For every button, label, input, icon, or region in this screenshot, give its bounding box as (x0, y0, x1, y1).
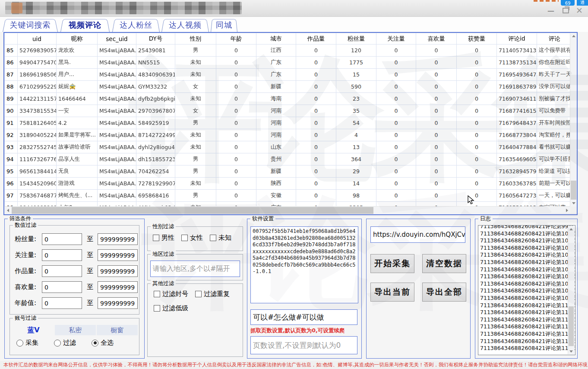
scroll-up-button[interactable] (570, 33, 577, 39)
log-entry[interactable]: 7113864346882608421评论第99页 (480, 225, 575, 230)
log-entry[interactable]: 7113864346882608421评论第104页 (480, 259, 575, 266)
log-scroll-down-button[interactable] (568, 348, 574, 354)
log-scrollbar[interactable] (568, 226, 575, 354)
column-header[interactable]: 评论id (497, 33, 537, 45)
numeric-min-input[interactable]: 0 (42, 233, 82, 245)
results-table[interactable]: uid昵称sec_uidDY号性别年龄城市作品量粉丝量关注量喜欢量获赞量评论id… (4, 33, 572, 214)
table-row[interactable]: 8867102995229妮妮🚖MS4wLjABAA...GYM33232女0新… (5, 81, 572, 93)
account-tab-橱窗[interactable]: 橱窗 (97, 325, 138, 335)
log-entry[interactable]: 7113864346882608421评论第100页 (480, 230, 575, 238)
scroll-right-button[interactable] (563, 207, 570, 214)
tab-2[interactable]: 视频评论 (60, 18, 110, 32)
numeric-min-input[interactable]: 0 (42, 265, 82, 277)
other-checkbox-过滤重复[interactable]: 过滤重复 (195, 290, 237, 298)
table-row[interactable]: 8914422131157...16466464MS4wLjABAA...dyf… (5, 93, 572, 105)
numeric-max-input[interactable]: 999999999 (98, 233, 138, 245)
scroll-down-button[interactable] (570, 200, 577, 207)
log-entry[interactable]: 7113864346882608421评论第113页 (480, 323, 575, 331)
tab-3[interactable]: 达人粉丝 (112, 18, 160, 32)
log-entry[interactable]: 7113864346882608421评论第109页 (480, 295, 575, 302)
url-input[interactable]: https://v.douyin.com/hQXjCvS/ (370, 226, 465, 243)
table-row[interactable]: 9033473815534...一安MS4wLjABAA...297039678… (5, 105, 572, 117)
column-header[interactable]: 昵称 (57, 33, 98, 45)
column-header[interactable]: 粉丝量 (336, 33, 376, 45)
numeric-max-input[interactable]: 999999999 (98, 297, 138, 309)
scroll-left-button[interactable] (4, 207, 11, 214)
other-checkbox-过滤封号[interactable]: 过滤封号 (154, 290, 195, 298)
log-entry[interactable]: 7113864346882608421评论第116页 (480, 345, 575, 352)
close-button[interactable]: ✕ (573, 5, 585, 16)
column-header[interactable]: 作品量 (296, 33, 336, 45)
column-header[interactable]: 年龄 (216, 33, 256, 45)
table-row[interactable]: 9231890405224...如果是宇将军...MS4wLjABAA...87… (5, 129, 572, 141)
tab-5[interactable]: 同城 (211, 18, 237, 32)
keyword-input[interactable]: 可以#怎么做#可以做 (250, 309, 357, 325)
action-button-4[interactable]: 导出全部 (422, 283, 466, 302)
vertical-scroll-thumb[interactable] (571, 181, 576, 200)
table-row[interactable]: 8552769839057龙欢欢MS4wLjABAA...25439081男0江… (5, 45, 572, 57)
token-textarea[interactable]: 007952f5b5b741eb1ef95068a8d1b95e4d03b8a4… (250, 226, 358, 303)
horizontal-scroll-thumb[interactable] (12, 207, 373, 214)
log-entry[interactable]: 7113864346882608421评论第112页 (480, 316, 575, 324)
gender-checkbox-男性[interactable]: 男性 (153, 234, 174, 242)
log-scroll-up-button[interactable] (568, 226, 574, 232)
log-entry[interactable]: 7113864346882608421评论第101页 (480, 237, 575, 245)
action-button-3[interactable]: 导出当前 (370, 283, 414, 302)
column-header[interactable]: 性别 (175, 33, 216, 45)
table-row[interactable]: 9615434520960...游游戏MS4wLjABAA...72781929… (5, 178, 572, 190)
table-horizontal-scrollbar[interactable] (4, 206, 570, 214)
log-entry[interactable]: 7113864346882608421评论第114页 (480, 331, 575, 338)
column-header[interactable]: 城市 (256, 33, 296, 45)
tab-4[interactable]: 达人视频 (161, 18, 209, 32)
column-header[interactable]: 评论 (537, 33, 572, 45)
minimize-button[interactable]: — (545, 5, 557, 16)
log-list[interactable]: 7113864346882608421评论第99页711386434688260… (478, 225, 575, 355)
maximize-button[interactable] (560, 5, 572, 16)
table-row[interactable]: 9596561384414无良MS4wLjABAA...704262254男0新… (5, 165, 572, 178)
table-row[interactable]: 91758181264054.2MS4wLjABAA...584925919男0… (5, 117, 572, 129)
radio-option-采集[interactable]: 采集 (16, 339, 38, 347)
account-tab-蓝V[interactable]: 蓝V (13, 325, 54, 335)
title-bar[interactable]: 69 通 — ✕ (0, 0, 588, 17)
gender-checkbox-未知[interactable]: 未知 (210, 234, 231, 242)
log-entry[interactable]: 7113864346882608421评论第107页 (480, 280, 575, 288)
table-cell: GYM33232 (136, 81, 175, 93)
numeric-min-input[interactable]: 0 (42, 281, 82, 293)
column-header[interactable]: uid (18, 33, 57, 45)
column-header[interactable]: 喜欢量 (416, 33, 457, 45)
log-entry[interactable]: 7113864346882608421评论第108页 (480, 287, 575, 295)
region-input[interactable]: 请输入地区,多个以#隔开 (150, 261, 240, 277)
other-checkbox-过滤低级[interactable]: 过滤低级 (154, 304, 195, 312)
log-entry[interactable]: 7113864346882608421评论第106页 (480, 273, 575, 280)
gender-checkbox-女性[interactable]: 女性 (181, 234, 203, 242)
log-scroll-thumb[interactable] (569, 306, 574, 346)
action-button-1[interactable]: 开始采集 (370, 254, 414, 273)
tab-1[interactable]: 关键词搜索 (3, 18, 58, 32)
radio-option-过滤[interactable]: 过滤 (54, 339, 76, 347)
table-row[interactable]: 8694904775470黑马.MS4wLjABAA...NN5515未知0广东… (5, 57, 572, 69)
log-entry[interactable]: 7113864346882608421评论第102页 (480, 245, 575, 252)
action-button-2[interactable]: 清空数据 (422, 254, 466, 273)
log-entry[interactable]: 7113864346882608421评论第105页 (480, 266, 575, 274)
table-row[interactable]: 8718696198506...用户...MS4wLjABAA...483409… (5, 69, 572, 81)
numeric-max-input[interactable]: 999999999 (98, 281, 138, 293)
column-header[interactable]: sec_uid (98, 33, 136, 45)
table-row[interactable]: 9411167326776...品享人生MS4wLjABAA...dh15185… (5, 153, 572, 165)
column-header[interactable]: DY号 (136, 33, 175, 45)
log-entry[interactable]: 7113864346882608421评论第115页 (480, 338, 575, 345)
log-entry[interactable]: 7113864346882608421评论第111页 (480, 309, 575, 316)
numeric-min-input[interactable]: 0 (42, 249, 82, 261)
log-entry[interactable]: 7113864346882608421评论第103页 (480, 251, 575, 259)
numeric-max-input[interactable]: 999999999 (98, 265, 138, 277)
table-row[interactable]: 9775836746877烤蚝先生、(...MS4wLjABAA...69586… (5, 190, 572, 202)
column-header[interactable]: 关注量 (376, 33, 416, 45)
account-tab-私密[interactable]: 私密 (55, 325, 96, 335)
table-vertical-scrollbar[interactable] (570, 33, 577, 207)
numeric-max-input[interactable]: 999999999 (98, 249, 138, 261)
table-row[interactable]: 9328327552745...故事讲给谁听MS4wLjABAA...dyhl2… (5, 141, 572, 153)
column-header[interactable]: 获赞量 (457, 33, 497, 45)
log-entry[interactable]: 7113864346882608421评论第110页 (480, 302, 575, 309)
radio-option-全选[interactable]: 全选 (92, 339, 114, 347)
pages-input[interactable]: 页数设置,不设置则默认为0 (250, 336, 357, 354)
numeric-min-input[interactable]: 0 (42, 297, 82, 309)
